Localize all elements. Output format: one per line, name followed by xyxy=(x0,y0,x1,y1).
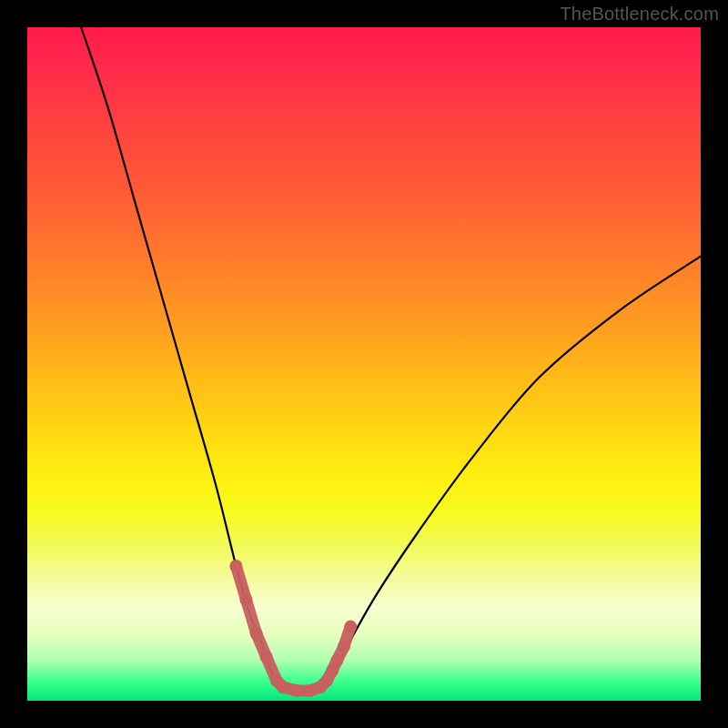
svg-point-16 xyxy=(260,651,273,663)
svg-point-24 xyxy=(330,654,343,667)
curve-layer xyxy=(27,27,701,701)
svg-point-19 xyxy=(290,684,303,697)
svg-point-14 xyxy=(240,593,253,606)
svg-point-26 xyxy=(344,621,357,633)
highlight-band xyxy=(229,560,357,697)
svg-point-25 xyxy=(338,641,350,653)
bottleneck-curve xyxy=(81,27,701,691)
svg-point-13 xyxy=(229,560,242,572)
chart-frame: TheBottleneck.com xyxy=(0,0,728,728)
svg-point-15 xyxy=(250,627,263,640)
plot-area xyxy=(27,27,701,701)
svg-point-18 xyxy=(277,681,289,693)
watermark-text: TheBottleneck.com xyxy=(560,4,719,25)
